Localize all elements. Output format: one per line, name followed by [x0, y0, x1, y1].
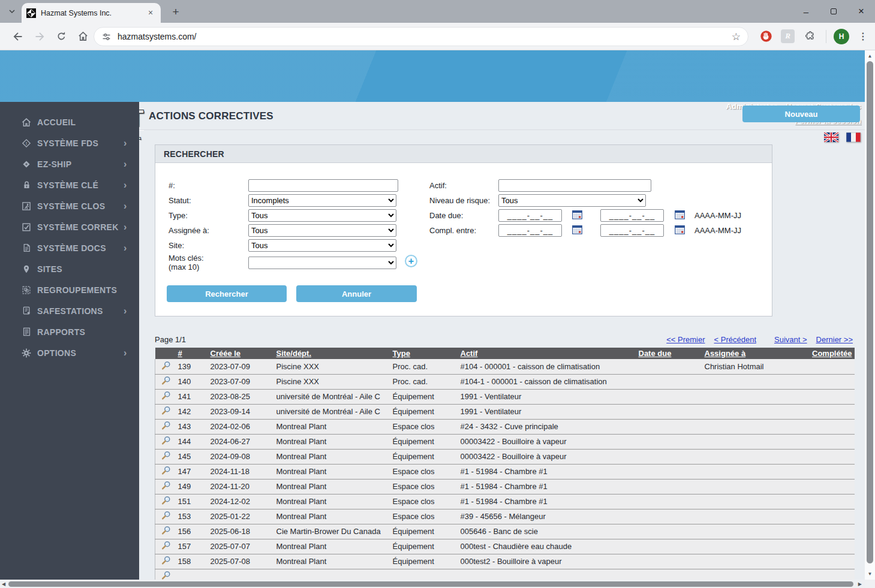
back-button[interactable]: [10, 28, 26, 45]
chevron-right-icon: ›: [124, 243, 139, 254]
window-close-button[interactable]: ×: [847, 0, 875, 23]
date-due-from-input[interactable]: [498, 209, 562, 222]
tab-close-icon[interactable]: ×: [145, 8, 156, 19]
column-header-creee-le[interactable]: Créée le: [209, 348, 275, 359]
scroll-down-arrow-icon[interactable]: ▼: [865, 571, 875, 577]
risk-select[interactable]: Tous: [498, 194, 646, 207]
home-button[interactable]: [74, 28, 91, 45]
pagination-next-link[interactable]: Suivant >: [774, 335, 807, 344]
search-button[interactable]: Rechercher: [167, 285, 287, 302]
scroll-right-arrow-icon[interactable]: ▶: [858, 581, 862, 587]
sidebar-item-rapports[interactable]: RAPPORTS: [0, 321, 139, 342]
cell-num: 140: [177, 374, 209, 389]
sidebar-item-systeme-clos[interactable]: SYSTÈME CLOS›: [0, 195, 139, 216]
cell-actif: 000test2 - Bouilloire à vapeur: [459, 554, 638, 569]
view-details-magnifier-icon[interactable]: [161, 421, 171, 432]
statut-select[interactable]: Incomplets: [248, 194, 396, 207]
date-due-to-input[interactable]: [600, 209, 664, 222]
browser-tab[interactable]: Hazmat Systems Inc. ×: [22, 3, 161, 23]
view-details-magnifier-icon[interactable]: [161, 436, 171, 447]
column-header-date-due[interactable]: Date due: [638, 348, 703, 359]
view-details-magnifier-icon[interactable]: [161, 526, 171, 537]
forward-button[interactable]: [31, 28, 48, 45]
column-header-completee[interactable]: Complétée: [807, 348, 855, 359]
view-details-magnifier-icon[interactable]: [161, 571, 171, 580]
view-details-magnifier-icon[interactable]: [161, 391, 171, 402]
view-details-magnifier-icon[interactable]: [161, 541, 171, 552]
sidebar-item-safestations[interactable]: SAFESTATIONS›: [0, 300, 139, 321]
address-bar[interactable]: hazmatsystems.com/ ☆: [94, 27, 748, 46]
type-select[interactable]: Tous: [248, 209, 396, 222]
horizontal-scrollbar-thumb[interactable]: [8, 581, 853, 587]
site-select[interactable]: Tous: [248, 239, 396, 252]
column-header-[interactable]: #: [177, 348, 209, 359]
pagination-prev-link[interactable]: < Précédent: [714, 335, 756, 344]
profile-avatar[interactable]: H: [834, 29, 849, 44]
view-details-magnifier-icon[interactable]: [161, 511, 171, 522]
assignee-select[interactable]: Tous: [248, 224, 396, 237]
cell-assignee: Christian Hotmail: [703, 359, 807, 374]
scroll-up-arrow-icon[interactable]: ▲: [865, 53, 875, 59]
url-input[interactable]: hazmatsystems.com/: [118, 32, 732, 41]
r-extension-button[interactable]: R: [781, 29, 795, 43]
calendar-icon[interactable]: [572, 210, 582, 219]
risk-label: Niveau de risque:: [429, 196, 490, 205]
sidebar-item-ez-ship[interactable]: EZ-SHIP›: [0, 153, 139, 174]
sidebar-item-accueil[interactable]: ACCUEIL: [0, 111, 139, 132]
browser-menu-button[interactable]: ⋮: [857, 29, 869, 44]
cancel-button[interactable]: Annuler: [296, 285, 417, 302]
adblock-extension-button[interactable]: [757, 28, 774, 45]
scroll-left-arrow-icon[interactable]: ◀: [2, 581, 5, 587]
keywords-select[interactable]: [248, 257, 396, 269]
cell-site: Montreal Plant: [275, 464, 392, 479]
table-row: 1452024-09-08Montreal PlantÉquipement000…: [155, 449, 855, 464]
sidebar-item-systeme-cle[interactable]: SYSTÈME CLÉ›: [0, 174, 139, 195]
sidebar-item-regroupements[interactable]: REGROUPEMENTS: [0, 279, 139, 300]
column-header-assignee-a[interactable]: Assignée à: [703, 348, 807, 359]
completed-from-input[interactable]: [498, 224, 562, 237]
view-details-magnifier-icon[interactable]: [161, 406, 171, 417]
cell-created: 2024-11-18: [209, 464, 275, 479]
cell-date_due: [638, 434, 703, 449]
sidebar-item-systeme-correk[interactable]: SYSTÈME CORREK›: [0, 216, 139, 237]
view-details-magnifier-icon[interactable]: [161, 466, 171, 477]
calendar-icon[interactable]: [675, 210, 685, 219]
vertical-scrollbar-thumb[interactable]: [867, 61, 873, 563]
actif-input[interactable]: [498, 179, 651, 192]
column-header-actif[interactable]: Actif: [459, 348, 638, 359]
new-action-button[interactable]: Nouveau: [742, 105, 860, 122]
column-header-site-dept[interactable]: Site/dépt.: [275, 348, 392, 359]
sidebar-item-systeme-fds[interactable]: !SYSTÈME FDS›: [0, 132, 139, 153]
window-minimize-button[interactable]: –: [792, 0, 820, 23]
horizontal-scrollbar[interactable]: ◀ ▶: [0, 580, 865, 588]
refresh-button[interactable]: [53, 28, 70, 45]
view-details-magnifier-icon[interactable]: [161, 361, 171, 372]
sidebar-item-sites[interactable]: SITES: [0, 258, 139, 279]
number-input[interactable]: [248, 179, 398, 192]
pagination-first-link[interactable]: << Premier: [666, 335, 705, 344]
cell-type: Équipement: [392, 554, 459, 569]
sidebar-item-options[interactable]: OPTIONS›: [0, 342, 139, 363]
chevron-right-icon: ›: [124, 159, 139, 170]
tab-search-button[interactable]: [5, 4, 19, 19]
view-details-magnifier-icon[interactable]: [161, 556, 171, 567]
calendar-icon[interactable]: [675, 225, 685, 234]
completed-to-input[interactable]: [600, 224, 664, 237]
browser-toolbar: hazmatsystems.com/ ☆ R H ⋮: [0, 23, 875, 50]
view-details-magnifier-icon[interactable]: [161, 376, 171, 387]
column-header-type[interactable]: Type: [392, 348, 459, 359]
calendar-icon[interactable]: [572, 225, 582, 234]
cell-assignee: [703, 374, 807, 389]
pagination-last-link[interactable]: Dernier >>: [816, 335, 853, 344]
window-maximize-button[interactable]: [820, 0, 847, 23]
date-format-hint: AAAA-MM-JJ: [694, 226, 741, 235]
extensions-button[interactable]: [801, 28, 818, 45]
bookmark-star-icon[interactable]: ☆: [732, 31, 741, 43]
view-details-magnifier-icon[interactable]: [161, 451, 171, 462]
add-keyword-plus-icon[interactable]: +: [405, 255, 417, 267]
sidebar-item-systeme-docs[interactable]: SYSTÈME DOCS›: [0, 237, 139, 258]
new-tab-button[interactable]: +: [168, 4, 184, 20]
view-details-magnifier-icon[interactable]: [161, 481, 171, 492]
view-details-magnifier-icon[interactable]: [161, 496, 171, 507]
vertical-scrollbar[interactable]: ▲ ▼: [865, 50, 875, 580]
